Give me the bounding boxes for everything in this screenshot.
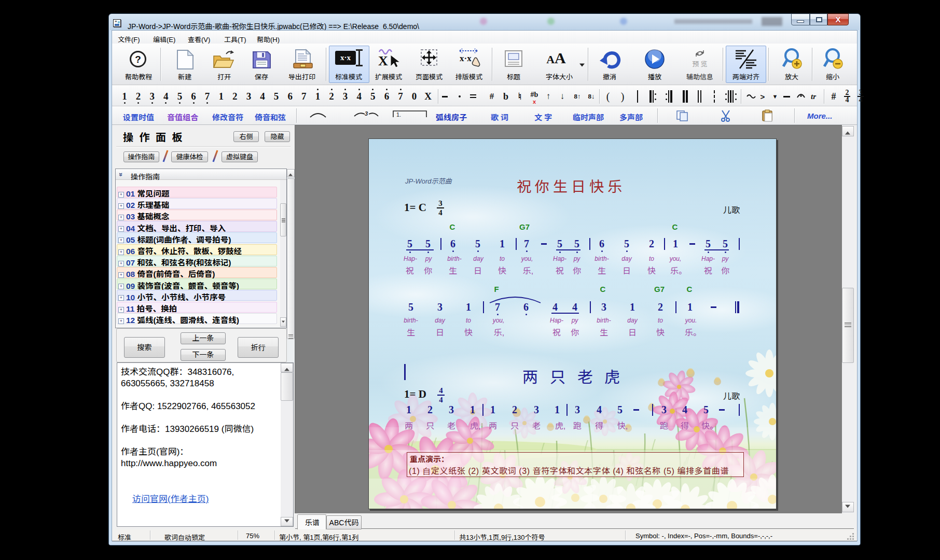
- svg-text:X: X: [378, 53, 388, 68]
- svg-text:1.: 1.: [396, 111, 401, 118]
- svg-text:x·x: x·x: [460, 53, 472, 63]
- svg-text:3: 3: [365, 110, 368, 117]
